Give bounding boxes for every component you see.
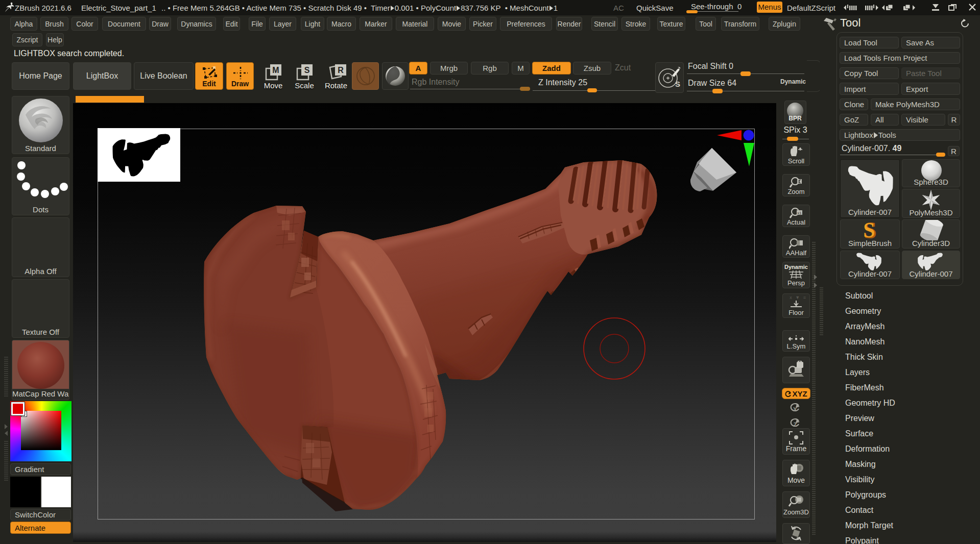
svg-text:S: S xyxy=(863,220,875,240)
svg-text:R: R xyxy=(338,66,344,75)
svg-text:S: S xyxy=(304,66,310,75)
svg-text:S: S xyxy=(675,80,680,88)
svg-text:BPR: BPR xyxy=(788,115,802,122)
svg-text:Y: Y xyxy=(793,406,797,412)
svg-text:M: M xyxy=(272,66,279,75)
svg-text:Z: Z xyxy=(794,422,797,428)
svg-text:x1: x1 xyxy=(797,210,802,215)
